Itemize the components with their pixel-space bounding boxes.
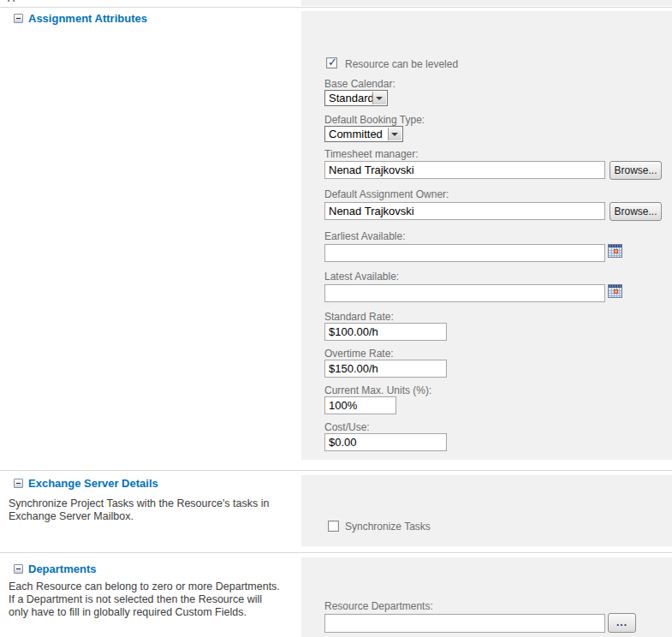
- departments-description: Each Resource can belong to zero or more…: [9, 580, 304, 619]
- section-divider: [0, 7, 672, 8]
- section-title-departments: Departments: [28, 563, 96, 575]
- exchange-server-panel: [301, 475, 672, 546]
- base-calendar-label: Base Calendar:: [324, 78, 395, 90]
- clipped-text-fragment: A: [8, 0, 30, 5]
- base-calendar-select[interactable]: Standard: [324, 90, 388, 106]
- cost-per-use-input[interactable]: [324, 433, 447, 451]
- resource-departments-input[interactable]: [324, 614, 605, 633]
- resource-can-be-leveled-checkbox[interactable]: [326, 57, 337, 68]
- resource-can-be-leveled-label: Resource can be leveled: [345, 58, 458, 70]
- calendar-picker-icon[interactable]: [608, 244, 622, 258]
- exchange-server-description: Synchronize Project Tasks with the Resou…: [9, 497, 304, 523]
- overtime-rate-label: Overtime Rate:: [324, 348, 394, 360]
- section-divider: [0, 470, 672, 471]
- resource-departments-label: Resource Departments:: [324, 600, 433, 612]
- default-assignment-owner-browse-button[interactable]: Browse...: [610, 202, 662, 221]
- synchronize-tasks-checkbox[interactable]: [328, 521, 339, 532]
- collapse-section-icon[interactable]: [14, 479, 23, 488]
- section-title-exchange-server-details: Exchange Server Details: [28, 477, 158, 490]
- current-max-units-label: Current Max. Units (%):: [324, 384, 431, 396]
- timesheet-manager-label: Timesheet manager:: [324, 148, 419, 160]
- collapse-section-icon[interactable]: [14, 564, 23, 574]
- resource-departments-picker-button[interactable]: ...: [608, 613, 636, 633]
- overtime-rate-input[interactable]: [324, 360, 447, 378]
- default-assignment-owner-input[interactable]: [324, 202, 605, 220]
- calendar-picker-icon[interactable]: [608, 284, 622, 298]
- resource-edit-form: A Assignment Attributes Resource can be …: [0, 0, 672, 637]
- section-title-assignment-attributes: Assignment Attributes: [28, 12, 147, 25]
- current-max-units-input[interactable]: [324, 396, 396, 414]
- chevron-down-icon[interactable]: [372, 92, 386, 104]
- earliest-available-input[interactable]: [324, 244, 605, 262]
- standard-rate-input[interactable]: [324, 323, 447, 341]
- earliest-available-label: Earliest Available:: [324, 230, 406, 242]
- default-booking-type-label: Default Booking Type:: [324, 114, 425, 126]
- timesheet-manager-browse-button[interactable]: Browse...: [610, 161, 662, 180]
- form-panel-top-remnant: [301, 0, 672, 6]
- section-divider: [0, 552, 672, 553]
- collapse-section-icon[interactable]: [14, 14, 23, 23]
- cost-per-use-label: Cost/Use:: [324, 421, 370, 433]
- default-assignment-owner-label: Default Assignment Owner:: [324, 188, 449, 200]
- timesheet-manager-input[interactable]: [324, 161, 605, 179]
- default-booking-type-select[interactable]: Committed: [324, 126, 403, 142]
- latest-available-label: Latest Available:: [324, 271, 399, 283]
- latest-available-input[interactable]: [324, 284, 605, 302]
- standard-rate-label: Standard Rate:: [324, 311, 394, 323]
- synchronize-tasks-label: Synchronize Tasks: [345, 521, 431, 533]
- chevron-down-icon[interactable]: [388, 128, 401, 140]
